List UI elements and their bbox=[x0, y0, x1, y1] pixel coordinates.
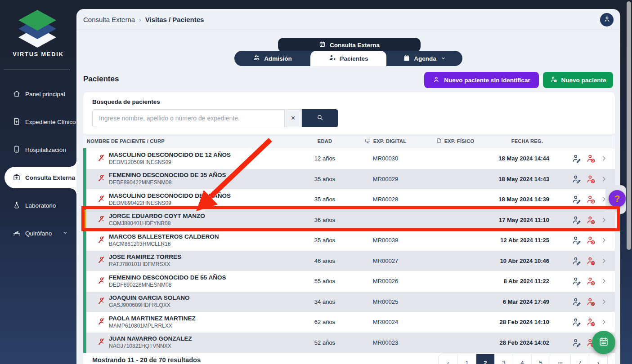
table-row[interactable]: JUAN NAVARRO GONZALEZ NAGJ710821HQTVNNXX… bbox=[83, 333, 615, 353]
patient-age: 52 años bbox=[300, 339, 350, 346]
remove-patient-icon[interactable] bbox=[586, 317, 596, 327]
tab-agenda[interactable]: Agenda bbox=[386, 51, 462, 66]
exp-digital-value[interactable]: MR00030 bbox=[350, 155, 421, 162]
row-chevron-icon[interactable] bbox=[601, 176, 607, 182]
edit-patient-icon[interactable] bbox=[572, 195, 581, 204]
table-row[interactable]: FEMENINO DESCONOCIDO DE 35 AÑOS DEDF8904… bbox=[83, 169, 615, 190]
pagination-page-1[interactable]: 1 bbox=[457, 354, 476, 364]
unidentified-patient-icon bbox=[97, 317, 106, 328]
table-row[interactable]: JORGE EDUARDO COYT MANZO COMJ880401HDFYN… bbox=[83, 210, 615, 231]
edit-patient-icon[interactable] bbox=[572, 317, 581, 327]
exp-digital-value[interactable]: MR00024 bbox=[350, 319, 421, 325]
edit-patient-icon[interactable] bbox=[572, 256, 581, 266]
sidebar-item-label: Panel principal bbox=[25, 91, 65, 98]
question-icon: ? bbox=[614, 194, 620, 204]
exp-digital-value[interactable]: MR00039 bbox=[350, 237, 421, 244]
pagination-page-2[interactable]: 2 bbox=[476, 354, 494, 364]
patient-name: JOSE RAMIREZ TORRES bbox=[109, 253, 300, 261]
edit-patient-icon[interactable] bbox=[572, 276, 581, 286]
exp-digital-value[interactable]: MR00029 bbox=[350, 176, 421, 182]
nuevo-paciente-sin-identificar-button[interactable]: Nuevo paciente sin identificar bbox=[424, 72, 539, 88]
remove-patient-icon[interactable] bbox=[586, 256, 596, 266]
sidebar-item-hospitalizacion[interactable]: Hospitalización bbox=[0, 139, 76, 160]
edit-patient-icon[interactable] bbox=[572, 235, 581, 245]
pagination-page-7[interactable]: 7 bbox=[570, 354, 589, 364]
remove-patient-icon[interactable] bbox=[586, 297, 596, 306]
remove-patient-icon[interactable] bbox=[586, 215, 596, 225]
search-input[interactable] bbox=[92, 109, 285, 127]
breadcrumb-parent[interactable]: Consulta Externa bbox=[83, 16, 135, 23]
sidebar-item-expediente-clinico[interactable]: Expediente Clínico bbox=[0, 111, 76, 133]
edit-patient-icon[interactable] bbox=[572, 338, 581, 347]
sidebar-item-quirofano[interactable]: Quirófano bbox=[0, 222, 76, 244]
sidebar-item-laboratorio[interactable]: Laboratorio bbox=[0, 195, 76, 216]
pagination-prev[interactable]: ‹ bbox=[439, 354, 457, 364]
exp-digital-value[interactable]: MR00027 bbox=[350, 257, 421, 264]
remove-patient-icon[interactable] bbox=[586, 174, 596, 184]
header-fecha-reg: FECHA REG. bbox=[489, 138, 565, 144]
patient-name: JORGE EDUARDO COYT MANZO bbox=[109, 213, 300, 220]
tab-label: Agenda bbox=[414, 55, 436, 62]
remove-patient-icon[interactable] bbox=[586, 154, 596, 163]
monitor-icon bbox=[365, 138, 371, 145]
patient-name: JUAN NAVARRO GONZALEZ bbox=[109, 335, 300, 343]
sidebar-item-consulta-externa[interactable]: Consulta Externa bbox=[4, 167, 76, 188]
row-chevron-icon[interactable] bbox=[601, 319, 607, 325]
patient-age: 34 años bbox=[300, 298, 350, 305]
row-chevron-icon[interactable] bbox=[601, 217, 607, 223]
unidentified-patient-icon bbox=[97, 255, 106, 266]
sidebar-item-panel-principal[interactable]: Panel principal bbox=[0, 83, 76, 105]
breadcrumb-current: Visitas / Pacientes bbox=[145, 16, 204, 23]
agenda-fab-button[interactable] bbox=[592, 331, 615, 354]
tab-pacientes[interactable]: Pacientes bbox=[310, 51, 386, 66]
breadcrumb-separator: › bbox=[139, 16, 141, 23]
table-row[interactable]: MASCULINO DESCONOCIDO DE 12 AÑOS DEDM120… bbox=[83, 148, 615, 169]
table-row[interactable]: MASCULINO DESCONOCIDO DE 35 AÑOS DEDM890… bbox=[83, 189, 615, 210]
nuevo-paciente-button[interactable]: Nuevo paciente bbox=[543, 72, 613, 88]
person-unknown-icon bbox=[433, 76, 440, 84]
row-chevron-icon[interactable] bbox=[601, 257, 607, 264]
pagination-ellipsis[interactable]: ••• bbox=[550, 354, 570, 364]
pagination-page-4[interactable]: 4 bbox=[513, 354, 531, 364]
exp-digital-value[interactable]: MR00025 bbox=[350, 298, 421, 305]
remove-patient-icon[interactable] bbox=[586, 235, 596, 245]
row-chevron-icon[interactable] bbox=[601, 237, 607, 244]
flask-icon bbox=[13, 201, 21, 210]
remove-patient-icon[interactable] bbox=[586, 195, 596, 204]
table-row[interactable]: PAOLA MARTINEZ MARTINEZ MAMP610801MPLRRL… bbox=[83, 312, 615, 333]
avatar[interactable] bbox=[600, 13, 614, 27]
scrollbar-thumb[interactable] bbox=[627, 1, 631, 250]
tab-admision[interactable]: Admisión bbox=[234, 51, 310, 66]
module-header-consulta-externa: Consulta Externa bbox=[278, 38, 421, 52]
pagination-page-3[interactable]: 3 bbox=[494, 354, 513, 364]
exp-digital-value[interactable]: MR00023 bbox=[350, 339, 421, 346]
help-button[interactable]: ? bbox=[609, 190, 626, 207]
table-row[interactable]: MARCOS BALLESTEROS CALDERON BACM881203HM… bbox=[83, 230, 615, 251]
table-row[interactable]: JOSE RAMIREZ TORRES RATJ780101HDFMRSXX 4… bbox=[83, 251, 615, 271]
virtus-medik-logo-icon bbox=[18, 10, 56, 49]
row-chevron-icon[interactable] bbox=[601, 278, 607, 284]
fecha-reg-value: 28 Feb 2024 14:02 bbox=[489, 339, 565, 346]
fecha-reg-value: 6 Mar 2024 17:49 bbox=[489, 298, 565, 305]
sidebar-item-label: Quirófano bbox=[25, 230, 52, 237]
row-chevron-icon[interactable] bbox=[601, 298, 607, 305]
remove-patient-icon[interactable] bbox=[586, 276, 596, 286]
search-submit-button[interactable] bbox=[302, 109, 338, 127]
clear-search-button[interactable]: × bbox=[285, 109, 302, 127]
table-row[interactable]: FEMENINO DESCONOCIDO DE 55 AÑOS DEDF6902… bbox=[83, 271, 615, 292]
table-body: MASCULINO DESCONOCIDO DE 12 AÑOS DEDM120… bbox=[83, 148, 615, 353]
edit-patient-icon[interactable] bbox=[572, 297, 581, 306]
edit-patient-icon[interactable] bbox=[572, 154, 581, 163]
row-status-bar bbox=[83, 189, 86, 210]
pagination-next[interactable]: › bbox=[589, 354, 607, 364]
row-chevron-icon[interactable] bbox=[601, 155, 607, 162]
topbar: Consulta Externa › Visitas / Pacientes bbox=[76, 9, 620, 30]
edit-patient-icon[interactable] bbox=[572, 174, 581, 184]
pagination-page-5[interactable]: 5 bbox=[531, 354, 550, 364]
edit-patient-icon[interactable] bbox=[572, 215, 581, 225]
exp-digital-value[interactable]: MR00028 bbox=[350, 196, 421, 203]
app-window: VIRTUS MEDIK Panel principal Expediente … bbox=[0, 0, 632, 364]
table-row[interactable]: JOAQUIN GARCIA SOLANO GASJ900609HDFRLQXX… bbox=[83, 292, 615, 312]
exp-digital-value[interactable]: MR00026 bbox=[350, 278, 421, 284]
people-icon bbox=[253, 54, 260, 63]
